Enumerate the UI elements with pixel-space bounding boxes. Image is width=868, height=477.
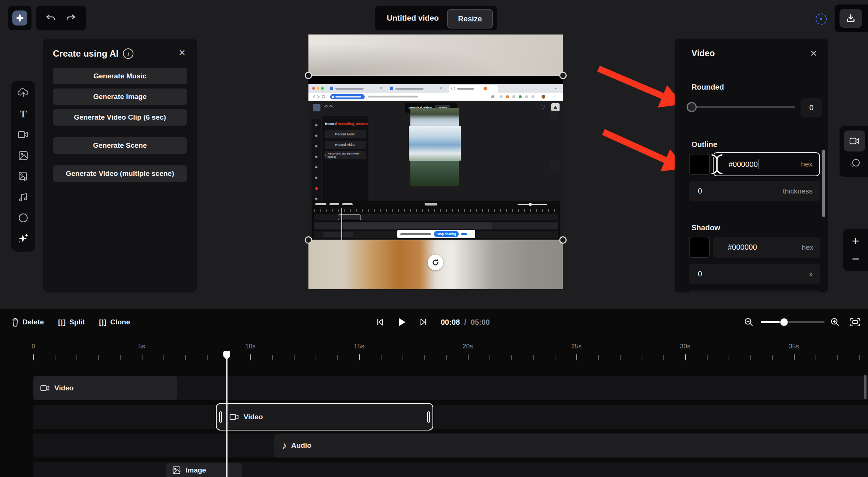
image-clip-icon bbox=[172, 466, 181, 475]
extension-icon[interactable] bbox=[491, 95, 494, 98]
rotate-handle[interactable] bbox=[428, 255, 443, 270]
project-title[interactable]: Untitled video bbox=[387, 14, 439, 22]
play-button[interactable] bbox=[397, 317, 406, 327]
layer-video-button[interactable] bbox=[844, 130, 865, 152]
split-button[interactable]: [|] Split bbox=[58, 318, 85, 326]
red-arrow-to-rounded-slider bbox=[599, 69, 682, 108]
nested-right-button bbox=[550, 161, 559, 170]
timeline-zoom-handle[interactable] bbox=[780, 318, 789, 327]
inspector-scrollbar[interactable] bbox=[822, 150, 825, 217]
nested-record-video-button: Record Video bbox=[325, 141, 366, 149]
upload-icon[interactable] bbox=[11, 86, 35, 100]
extension-badge[interactable] bbox=[330, 94, 365, 99]
shadow-hex-suffix: hex bbox=[802, 243, 813, 252]
nested-record-title: Record bbox=[325, 122, 337, 126]
animation-icon[interactable] bbox=[846, 155, 864, 172]
selection-handle-bottom-right[interactable] bbox=[559, 236, 567, 244]
video-clip-label: Video bbox=[244, 413, 263, 421]
extension-icon[interactable] bbox=[525, 95, 528, 98]
clip-trim-handle-right[interactable] bbox=[427, 411, 430, 423]
skip-back-button[interactable] bbox=[376, 318, 385, 327]
ai-tool-icon[interactable] bbox=[11, 231, 35, 246]
video-clip-2-selected[interactable]: Video bbox=[216, 403, 433, 430]
shadow-color-swatch[interactable] bbox=[689, 237, 710, 258]
url-text bbox=[368, 96, 418, 98]
rounded-slider-track[interactable] bbox=[689, 106, 795, 108]
generate-scene-button[interactable]: Generate Scene bbox=[53, 137, 187, 154]
generate-video-multi-button[interactable]: Generate Video (multiple scene) bbox=[53, 165, 187, 182]
zoom-in-icon[interactable] bbox=[830, 317, 840, 327]
selection-handle-bottom-left[interactable] bbox=[305, 236, 312, 244]
selection-handle-top-right[interactable] bbox=[559, 72, 567, 79]
generate-video-clip-button[interactable]: Generate Video Clip (6 sec) bbox=[53, 109, 187, 126]
shapes-tool-icon[interactable] bbox=[11, 210, 35, 225]
layer-toolbar bbox=[840, 126, 868, 177]
audio-clip-label: Audio bbox=[291, 441, 311, 450]
video-tool-icon[interactable] bbox=[11, 127, 35, 142]
undo-icon[interactable] bbox=[43, 12, 58, 24]
extension-icon[interactable] bbox=[500, 95, 503, 98]
shadow-y-input-partial[interactable] bbox=[689, 290, 820, 292]
clone-icon: [|] bbox=[99, 318, 107, 326]
extension-icon[interactable] bbox=[519, 95, 522, 98]
video-preview-canvas[interactable]: × × + ⌄ bbox=[308, 34, 563, 289]
browser-tab[interactable]: × bbox=[389, 86, 443, 92]
generate-music-button[interactable]: Generate Music bbox=[53, 68, 187, 84]
browser-tab[interactable]: × bbox=[329, 86, 383, 92]
shadow-hex-input[interactable]: #000000 hex bbox=[713, 237, 820, 258]
extension-icon[interactable] bbox=[512, 95, 515, 98]
image-tool-icon[interactable] bbox=[11, 148, 35, 163]
timeline-scrollbar[interactable] bbox=[864, 375, 867, 399]
download-button[interactable] bbox=[840, 9, 862, 28]
browser-url-bar: ⋮ bbox=[308, 93, 563, 101]
timeline-zoom-slider[interactable] bbox=[761, 321, 825, 323]
ruler-label: 0 bbox=[31, 343, 35, 350]
tools-sidebar: T bbox=[11, 81, 35, 252]
audio-tool-icon[interactable] bbox=[11, 190, 35, 205]
nested-screenshot-layer[interactable]: × × + ⌄ bbox=[308, 75, 563, 240]
tab-favicon bbox=[483, 87, 487, 90]
extension-icon[interactable] bbox=[506, 95, 509, 98]
tab-menu-caret[interactable]: ⌄ bbox=[554, 85, 557, 90]
ruler-major-ticks[interactable] bbox=[33, 354, 868, 360]
timeline-section: Delete [|] Split [|] Clone 00:08 / 05:00 bbox=[0, 309, 868, 477]
outline-color-swatch[interactable] bbox=[689, 154, 710, 175]
ruler-label: 35s bbox=[789, 343, 799, 350]
profile-avatar[interactable] bbox=[542, 95, 545, 99]
canvas-zoom-in-button[interactable]: + bbox=[846, 232, 865, 249]
image-clip[interactable]: Image bbox=[166, 463, 242, 477]
info-icon[interactable]: i bbox=[123, 48, 133, 59]
outline-thickness-input[interactable]: 0 thickness bbox=[689, 181, 820, 201]
browser-tab-active[interactable] bbox=[449, 85, 498, 93]
track-row-4 bbox=[33, 462, 868, 477]
skip-forward-button[interactable] bbox=[419, 318, 428, 327]
nested-zoom-slider bbox=[518, 204, 547, 205]
inspector-close-icon[interactable]: × bbox=[810, 48, 817, 59]
ruler-label: 15s bbox=[354, 343, 364, 350]
zoom-out-icon[interactable] bbox=[744, 317, 754, 327]
extension-icon[interactable] bbox=[531, 95, 534, 98]
new-tab-icon[interactable]: + bbox=[501, 85, 504, 91]
selection-handle-top-left[interactable] bbox=[305, 72, 312, 79]
fit-timeline-icon[interactable] bbox=[850, 317, 860, 327]
canvas-zoom-out-button[interactable]: − bbox=[846, 250, 865, 267]
video-frame-top bbox=[308, 34, 563, 75]
rounded-value-input[interactable]: 0 bbox=[801, 98, 822, 117]
browser-menu-icon[interactable]: ⋮ bbox=[552, 94, 556, 99]
rounded-slider-handle[interactable] bbox=[687, 102, 697, 112]
text-tool-icon[interactable]: T bbox=[11, 106, 35, 122]
redo-icon[interactable] bbox=[63, 12, 78, 24]
home-button[interactable] bbox=[8, 6, 31, 30]
clone-button[interactable]: [|] Clone bbox=[99, 318, 130, 326]
generate-image-button[interactable]: Generate Image bbox=[53, 88, 187, 105]
playhead-line[interactable] bbox=[226, 358, 227, 477]
outline-hex-input[interactable]: #000000 hex bbox=[713, 152, 820, 176]
media-tool-icon[interactable] bbox=[11, 169, 35, 184]
shadow-x-input[interactable]: 0 x bbox=[689, 264, 820, 284]
delete-button[interactable]: Delete bbox=[11, 318, 44, 327]
audio-clip[interactable]: ♪ Audio bbox=[274, 434, 868, 458]
resize-button[interactable]: Resize bbox=[447, 9, 493, 28]
video-clip-1[interactable]: Video bbox=[33, 376, 177, 400]
clip-trim-handle-left[interactable] bbox=[219, 411, 222, 423]
ai-panel-close-icon[interactable]: × bbox=[179, 47, 186, 58]
